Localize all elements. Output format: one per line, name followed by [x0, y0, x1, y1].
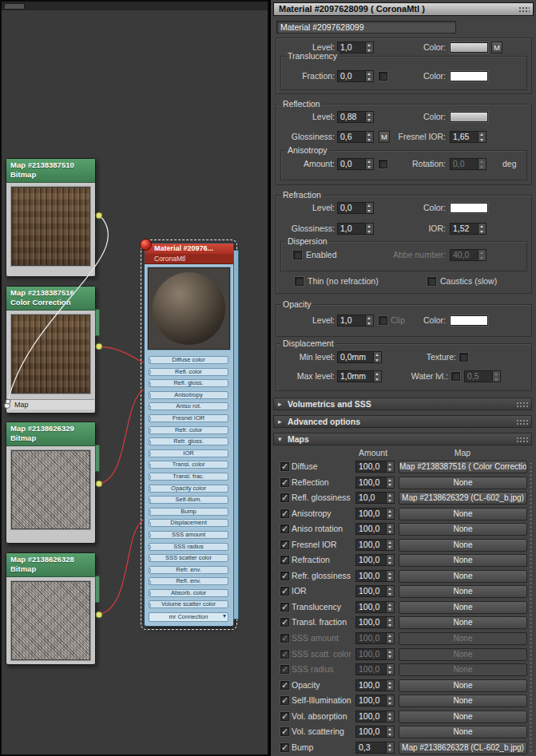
map-slot-button[interactable]: None: [399, 632, 527, 645]
map-amount-spinner[interactable]: 10,0: [355, 492, 395, 504]
material-input-slot[interactable]: Anisotropy: [149, 391, 228, 399]
map-amount-spinner[interactable]: 100,0: [355, 648, 395, 660]
map-enable-checkbox[interactable]: [280, 540, 289, 549]
anisotropy-amount-spinner[interactable]: 0,0: [337, 158, 374, 170]
node-side-panel-tab[interactable]: [233, 250, 239, 619]
water-level-checkbox[interactable]: [451, 372, 460, 381]
material-input-slot[interactable]: Refl. color: [149, 368, 228, 376]
map-amount-spinner[interactable]: 100,0: [355, 523, 395, 535]
map-enable-checkbox[interactable]: [280, 509, 289, 518]
spinner-arrows-icon[interactable]: [386, 509, 394, 519]
spinner-arrows-icon[interactable]: [386, 711, 394, 722]
material-input-slot[interactable]: Diffuse color: [149, 356, 228, 364]
spinner-arrows-icon[interactable]: [365, 112, 373, 122]
refraction-glossiness-spinner[interactable]: 1,0: [337, 223, 374, 235]
map-amount-spinner[interactable]: 100,0: [355, 695, 395, 707]
translucency-color-swatch[interactable]: [450, 71, 488, 81]
map-slot-button[interactable]: None: [399, 726, 527, 738]
map-enable-checkbox[interactable]: [280, 634, 289, 643]
map-slot-button[interactable]: None: [399, 601, 527, 614]
refraction-color-swatch[interactable]: [450, 203, 488, 213]
base-level-spinner[interactable]: 1,0: [337, 42, 374, 53]
spinner-arrows-icon[interactable]: [386, 555, 394, 565]
material-input-slot[interactable]: Transl. frac.: [149, 473, 228, 481]
material-input-slot[interactable]: SSS amount: [149, 531, 228, 539]
map-slot-button[interactable]: None: [399, 539, 527, 552]
map-slot-button[interactable]: Map #2138626328 (CL-602_b.jpg): [399, 742, 527, 754]
mr-connection-slot[interactable]: mr Connection ▾: [149, 612, 228, 622]
node-header[interactable]: Map #2138626328 Bitmap: [6, 553, 95, 577]
map-amount-spinner[interactable]: 100,0: [355, 710, 395, 722]
map-amount-spinner[interactable]: 100,0: [355, 539, 395, 551]
map-slot-button[interactable]: None: [399, 523, 527, 536]
material-input-slot[interactable]: Bump: [149, 508, 228, 516]
texture-map-shortcut[interactable]: [459, 353, 468, 362]
abbe-number-spinner[interactable]: 40,0: [450, 249, 486, 261]
map-amount-spinner[interactable]: 100,0: [355, 570, 395, 582]
map-slot-button[interactable]: None: [399, 570, 527, 583]
rollout-advanced[interactable]: ▸ Advanced options: [273, 415, 532, 428]
material-node[interactable]: Material #20976... CoronaMtl Diffuse col…: [144, 243, 234, 627]
material-input-slot[interactable]: SSS scatter color: [149, 554, 228, 562]
map-amount-spinner[interactable]: 100,0: [355, 663, 395, 675]
map-enable-checkbox[interactable]: [280, 743, 289, 752]
material-input-slot[interactable]: Aniso rot.: [149, 402, 228, 410]
material-input-slot[interactable]: Refl. env.: [149, 577, 228, 585]
map-slot-button[interactable]: None: [399, 477, 527, 489]
map-slot-button[interactable]: None: [399, 616, 527, 629]
water-level-spinner[interactable]: 0,5: [464, 370, 501, 382]
map-enable-checkbox[interactable]: [280, 665, 289, 674]
material-node-title[interactable]: Material #20976...: [145, 243, 233, 254]
spinner-arrows-icon[interactable]: [386, 602, 394, 612]
map-amount-spinner[interactable]: 100,0: [355, 585, 395, 597]
material-input-slot[interactable]: Absorb. color: [149, 589, 228, 597]
spinner-arrows-icon[interactable]: [478, 159, 486, 169]
spinner-arrows-icon[interactable]: [386, 664, 394, 675]
material-input-slot[interactable]: Refr. env.: [149, 566, 228, 574]
spinner-arrows-icon[interactable]: [386, 571, 394, 581]
opacity-color-swatch[interactable]: [450, 315, 488, 326]
ior-spinner[interactable]: 1,52: [450, 223, 486, 235]
base-color-map-button[interactable]: M: [491, 42, 502, 53]
material-input-slot[interactable]: Self-illum.: [149, 496, 228, 504]
spinner-arrows-icon[interactable]: [386, 680, 394, 691]
spinner-arrows-icon[interactable]: [365, 159, 373, 169]
material-input-slot[interactable]: Fresnel IOR: [149, 414, 228, 422]
map-amount-spinner[interactable]: 100,0: [355, 461, 395, 473]
base-color-swatch[interactable]: [450, 42, 488, 53]
node-side-tab[interactable]: [95, 445, 100, 472]
spinner-arrows-icon[interactable]: [386, 586, 394, 596]
map-amount-spinner[interactable]: 100,0: [355, 726, 395, 738]
rollout-volumetrics[interactable]: ▸ Volumetrics and SSS: [273, 398, 532, 410]
map-amount-spinner[interactable]: 100,0: [355, 601, 395, 613]
spinner-arrows-icon[interactable]: [373, 352, 381, 362]
spinner-arrows-icon[interactable]: [365, 203, 373, 213]
spinner-arrows-icon[interactable]: [386, 726, 394, 737]
max-level-spinner[interactable]: 1,0mm: [337, 370, 382, 382]
node-editor-canvas[interactable]: Map #2138387510 Bitmap Map #2138387516 C…: [0, 0, 269, 756]
material-input-slot[interactable]: Refr. color: [149, 426, 228, 434]
spinner-arrows-icon[interactable]: [492, 371, 500, 382]
spinner-arrows-icon[interactable]: [365, 224, 373, 234]
material-name-input[interactable]: [276, 21, 456, 34]
map-slot-button[interactable]: None: [399, 648, 527, 661]
view-tab[interactable]: [4, 3, 25, 10]
map-enable-checkbox[interactable]: [280, 587, 289, 596]
spinner-arrows-icon[interactable]: [386, 524, 394, 534]
map-enable-checkbox[interactable]: [280, 696, 289, 705]
map-amount-spinner[interactable]: 100,0: [355, 508, 395, 520]
spinner-arrows-icon[interactable]: [386, 477, 394, 488]
map-amount-spinner[interactable]: 100,0: [355, 616, 395, 628]
spinner-arrows-icon[interactable]: [365, 71, 373, 81]
map-slot-button[interactable]: Map #2138387516 ( Color Correction ): [399, 461, 527, 473]
material-preview[interactable]: [148, 267, 230, 350]
spinner-arrows-icon[interactable]: [365, 315, 373, 326]
spinner-arrows-icon[interactable]: [386, 493, 394, 503]
material-input-slot[interactable]: Refl. gloss.: [149, 379, 228, 387]
spinner-arrows-icon[interactable]: [373, 371, 381, 382]
material-input-slot[interactable]: Transl. color: [149, 461, 228, 469]
opacity-level-spinner[interactable]: 1,0: [337, 315, 374, 327]
material-input-slot[interactable]: Opacity color: [149, 485, 228, 493]
map-slot-button[interactable]: Map #2138626329 (CL-602_b.jpg): [399, 492, 527, 505]
spinner-arrows-icon[interactable]: [478, 250, 486, 260]
